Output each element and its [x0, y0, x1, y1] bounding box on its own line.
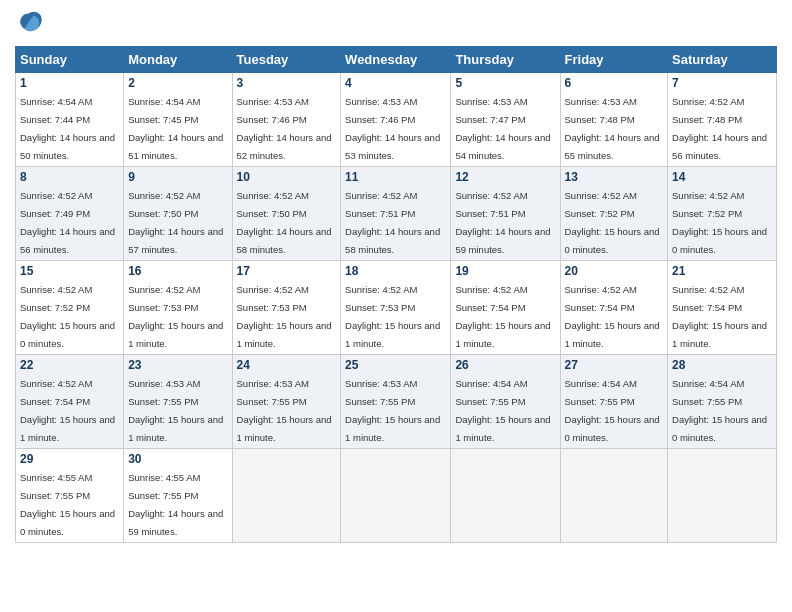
calendar-cell: 3 Sunrise: 4:53 AMSunset: 7:46 PMDayligh…	[232, 73, 341, 167]
day-number: 17	[237, 264, 337, 278]
day-detail: Sunrise: 4:52 AMSunset: 7:52 PMDaylight:…	[672, 190, 767, 255]
day-detail: Sunrise: 4:52 AMSunset: 7:50 PMDaylight:…	[128, 190, 223, 255]
col-header-sunday: Sunday	[16, 47, 124, 73]
calendar-cell: 10 Sunrise: 4:52 AMSunset: 7:50 PMDaylig…	[232, 167, 341, 261]
day-detail: Sunrise: 4:53 AMSunset: 7:47 PMDaylight:…	[455, 96, 550, 161]
calendar-cell: 27 Sunrise: 4:54 AMSunset: 7:55 PMDaylig…	[560, 355, 668, 449]
day-number: 13	[565, 170, 664, 184]
day-detail: Sunrise: 4:52 AMSunset: 7:49 PMDaylight:…	[20, 190, 115, 255]
calendar-cell: 26 Sunrise: 4:54 AMSunset: 7:55 PMDaylig…	[451, 355, 560, 449]
calendar-cell: 30 Sunrise: 4:55 AMSunset: 7:55 PMDaylig…	[124, 449, 232, 543]
calendar-cell: 21 Sunrise: 4:52 AMSunset: 7:54 PMDaylig…	[668, 261, 777, 355]
day-detail: Sunrise: 4:53 AMSunset: 7:55 PMDaylight:…	[237, 378, 332, 443]
day-detail: Sunrise: 4:53 AMSunset: 7:46 PMDaylight:…	[345, 96, 440, 161]
day-detail: Sunrise: 4:52 AMSunset: 7:54 PMDaylight:…	[20, 378, 115, 443]
calendar-cell: 9 Sunrise: 4:52 AMSunset: 7:50 PMDayligh…	[124, 167, 232, 261]
day-number: 26	[455, 358, 555, 372]
day-number: 9	[128, 170, 227, 184]
day-number: 7	[672, 76, 772, 90]
col-header-wednesday: Wednesday	[341, 47, 451, 73]
day-detail: Sunrise: 4:52 AMSunset: 7:53 PMDaylight:…	[128, 284, 223, 349]
calendar-cell: 6 Sunrise: 4:53 AMSunset: 7:48 PMDayligh…	[560, 73, 668, 167]
day-number: 6	[565, 76, 664, 90]
calendar-week-2: 8 Sunrise: 4:52 AMSunset: 7:49 PMDayligh…	[16, 167, 777, 261]
calendar-cell	[341, 449, 451, 543]
calendar-cell: 2 Sunrise: 4:54 AMSunset: 7:45 PMDayligh…	[124, 73, 232, 167]
calendar-cell: 8 Sunrise: 4:52 AMSunset: 7:49 PMDayligh…	[16, 167, 124, 261]
day-number: 28	[672, 358, 772, 372]
day-detail: Sunrise: 4:53 AMSunset: 7:46 PMDaylight:…	[237, 96, 332, 161]
calendar-cell: 5 Sunrise: 4:53 AMSunset: 7:47 PMDayligh…	[451, 73, 560, 167]
day-detail: Sunrise: 4:54 AMSunset: 7:55 PMDaylight:…	[672, 378, 767, 443]
day-detail: Sunrise: 4:55 AMSunset: 7:55 PMDaylight:…	[20, 472, 115, 537]
day-detail: Sunrise: 4:53 AMSunset: 7:48 PMDaylight:…	[565, 96, 660, 161]
day-detail: Sunrise: 4:52 AMSunset: 7:53 PMDaylight:…	[237, 284, 332, 349]
day-number: 27	[565, 358, 664, 372]
calendar-cell: 20 Sunrise: 4:52 AMSunset: 7:54 PMDaylig…	[560, 261, 668, 355]
day-number: 15	[20, 264, 119, 278]
day-number: 3	[237, 76, 337, 90]
calendar-cell: 13 Sunrise: 4:52 AMSunset: 7:52 PMDaylig…	[560, 167, 668, 261]
day-number: 21	[672, 264, 772, 278]
day-number: 24	[237, 358, 337, 372]
calendar-cell: 7 Sunrise: 4:52 AMSunset: 7:48 PMDayligh…	[668, 73, 777, 167]
col-header-thursday: Thursday	[451, 47, 560, 73]
col-header-friday: Friday	[560, 47, 668, 73]
day-number: 18	[345, 264, 446, 278]
day-number: 30	[128, 452, 227, 466]
day-number: 12	[455, 170, 555, 184]
calendar: SundayMondayTuesdayWednesdayThursdayFrid…	[15, 46, 777, 543]
calendar-week-1: 1 Sunrise: 4:54 AMSunset: 7:44 PMDayligh…	[16, 73, 777, 167]
day-number: 5	[455, 76, 555, 90]
day-detail: Sunrise: 4:52 AMSunset: 7:52 PMDaylight:…	[20, 284, 115, 349]
calendar-body: 1 Sunrise: 4:54 AMSunset: 7:44 PMDayligh…	[16, 73, 777, 543]
calendar-cell	[560, 449, 668, 543]
calendar-cell: 29 Sunrise: 4:55 AMSunset: 7:55 PMDaylig…	[16, 449, 124, 543]
day-detail: Sunrise: 4:52 AMSunset: 7:54 PMDaylight:…	[672, 284, 767, 349]
day-detail: Sunrise: 4:53 AMSunset: 7:55 PMDaylight:…	[345, 378, 440, 443]
day-detail: Sunrise: 4:52 AMSunset: 7:51 PMDaylight:…	[345, 190, 440, 255]
calendar-cell: 14 Sunrise: 4:52 AMSunset: 7:52 PMDaylig…	[668, 167, 777, 261]
day-number: 25	[345, 358, 446, 372]
logo-icon	[15, 10, 43, 38]
calendar-cell: 18 Sunrise: 4:52 AMSunset: 7:53 PMDaylig…	[341, 261, 451, 355]
day-detail: Sunrise: 4:52 AMSunset: 7:54 PMDaylight:…	[565, 284, 660, 349]
day-number: 11	[345, 170, 446, 184]
day-number: 22	[20, 358, 119, 372]
col-header-saturday: Saturday	[668, 47, 777, 73]
day-detail: Sunrise: 4:52 AMSunset: 7:53 PMDaylight:…	[345, 284, 440, 349]
day-number: 14	[672, 170, 772, 184]
day-detail: Sunrise: 4:52 AMSunset: 7:51 PMDaylight:…	[455, 190, 550, 255]
day-detail: Sunrise: 4:54 AMSunset: 7:45 PMDaylight:…	[128, 96, 223, 161]
day-number: 19	[455, 264, 555, 278]
day-number: 4	[345, 76, 446, 90]
day-number: 1	[20, 76, 119, 90]
calendar-cell: 16 Sunrise: 4:52 AMSunset: 7:53 PMDaylig…	[124, 261, 232, 355]
calendar-cell	[668, 449, 777, 543]
day-detail: Sunrise: 4:55 AMSunset: 7:55 PMDaylight:…	[128, 472, 223, 537]
calendar-cell: 23 Sunrise: 4:53 AMSunset: 7:55 PMDaylig…	[124, 355, 232, 449]
day-detail: Sunrise: 4:52 AMSunset: 7:54 PMDaylight:…	[455, 284, 550, 349]
calendar-header-row: SundayMondayTuesdayWednesdayThursdayFrid…	[16, 47, 777, 73]
header	[15, 10, 777, 38]
day-detail: Sunrise: 4:52 AMSunset: 7:48 PMDaylight:…	[672, 96, 767, 161]
calendar-cell	[232, 449, 341, 543]
day-number: 23	[128, 358, 227, 372]
day-detail: Sunrise: 4:52 AMSunset: 7:50 PMDaylight:…	[237, 190, 332, 255]
calendar-week-4: 22 Sunrise: 4:52 AMSunset: 7:54 PMDaylig…	[16, 355, 777, 449]
calendar-week-5: 29 Sunrise: 4:55 AMSunset: 7:55 PMDaylig…	[16, 449, 777, 543]
calendar-cell: 24 Sunrise: 4:53 AMSunset: 7:55 PMDaylig…	[232, 355, 341, 449]
calendar-cell: 1 Sunrise: 4:54 AMSunset: 7:44 PMDayligh…	[16, 73, 124, 167]
calendar-cell: 17 Sunrise: 4:52 AMSunset: 7:53 PMDaylig…	[232, 261, 341, 355]
calendar-cell: 12 Sunrise: 4:52 AMSunset: 7:51 PMDaylig…	[451, 167, 560, 261]
calendar-cell: 22 Sunrise: 4:52 AMSunset: 7:54 PMDaylig…	[16, 355, 124, 449]
page: SundayMondayTuesdayWednesdayThursdayFrid…	[0, 0, 792, 612]
col-header-tuesday: Tuesday	[232, 47, 341, 73]
day-number: 20	[565, 264, 664, 278]
day-detail: Sunrise: 4:53 AMSunset: 7:55 PMDaylight:…	[128, 378, 223, 443]
calendar-cell: 25 Sunrise: 4:53 AMSunset: 7:55 PMDaylig…	[341, 355, 451, 449]
calendar-cell: 15 Sunrise: 4:52 AMSunset: 7:52 PMDaylig…	[16, 261, 124, 355]
day-number: 2	[128, 76, 227, 90]
calendar-cell: 4 Sunrise: 4:53 AMSunset: 7:46 PMDayligh…	[341, 73, 451, 167]
logo	[15, 10, 47, 38]
